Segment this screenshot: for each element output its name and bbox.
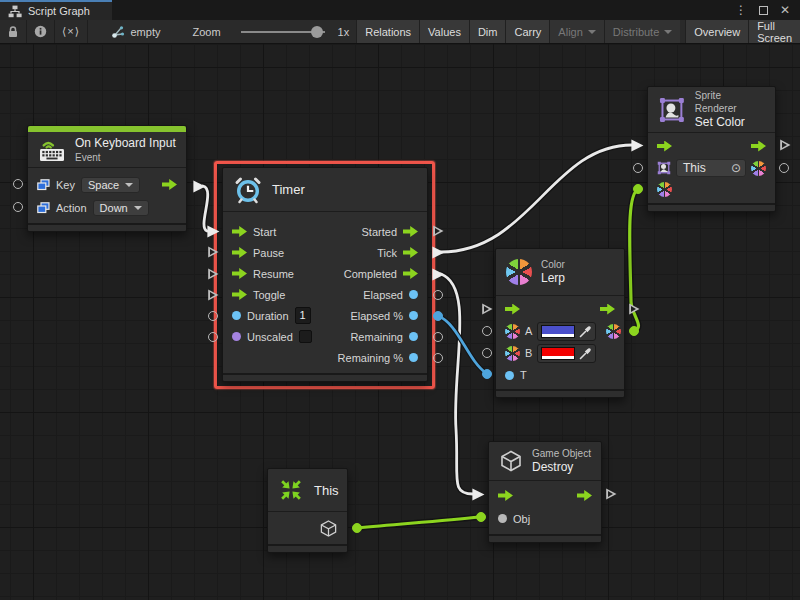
- control-out-arrow-icon: [162, 179, 177, 190]
- port-timer-tick-out[interactable]: [431, 246, 445, 259]
- node-on-keyboard-input[interactable]: On Keyboard Input Event Key Space: [27, 125, 187, 232]
- toolbar-spacer: [88, 20, 103, 43]
- values-button[interactable]: Values: [419, 20, 469, 43]
- port-keyboard-action-in[interactable]: [12, 201, 24, 213]
- port-lerp-control-out[interactable]: [628, 303, 640, 315]
- port-timer-elapsedpct-out[interactable]: [432, 310, 444, 322]
- fullscreen-button[interactable]: Full Screen: [748, 20, 800, 43]
- node-timer[interactable]: Timer Start Started Pause Tick Resume: [222, 167, 428, 382]
- port-setcolor-value-out[interactable]: [778, 162, 790, 174]
- port-timer-resume-in[interactable]: [207, 268, 219, 280]
- tab-title: Script Graph: [28, 5, 90, 17]
- completed-label: Completed: [344, 268, 397, 280]
- port-timer-remainingpct-out[interactable]: [432, 352, 444, 364]
- port-setcolor-control-out[interactable]: [779, 139, 791, 151]
- port-timer-started-out[interactable]: [432, 225, 444, 237]
- enum-icon: [37, 202, 50, 214]
- target-field[interactable]: This ⊙: [676, 159, 746, 177]
- port-setcolor-color-in[interactable]: [632, 183, 644, 195]
- port-lerp-control-in[interactable]: [481, 303, 493, 315]
- zoom-slider[interactable]: [228, 20, 338, 43]
- port-timer-start-in[interactable]: [206, 225, 220, 238]
- node-footer: [223, 373, 427, 381]
- color-wheel-icon: [505, 324, 520, 339]
- node-destroy[interactable]: Game Object Destroy Obj: [488, 441, 602, 543]
- port-timer-unscaled-in[interactable]: [207, 331, 219, 343]
- enum-icon: [37, 179, 50, 191]
- eyedropper-icon[interactable]: [579, 347, 592, 360]
- port-timer-duration-in[interactable]: [207, 310, 219, 322]
- control-out-arrow-icon: [403, 247, 418, 258]
- node-title: This: [314, 483, 339, 498]
- overview-button[interactable]: Overview: [685, 20, 748, 43]
- inspect-button[interactable]: [27, 20, 55, 43]
- color-b-swatch[interactable]: [537, 344, 596, 363]
- close-icon[interactable]: ✕: [780, 3, 790, 17]
- control-out-arrow-icon: [403, 226, 418, 237]
- sprite-renderer-icon: [658, 96, 686, 124]
- distribute-dropdown[interactable]: Distribute: [604, 20, 680, 43]
- kebab-menu-icon[interactable]: ⋮: [735, 3, 747, 17]
- zoom-handle[interactable]: [311, 26, 323, 38]
- graph-asset-label: empty: [104, 20, 168, 43]
- started-label: Started: [362, 226, 397, 238]
- port-keyboard-key-in[interactable]: [12, 178, 24, 190]
- node-footer: [268, 544, 347, 552]
- port-setcolor-control-in[interactable]: [630, 139, 644, 152]
- zoom-track[interactable]: [241, 31, 325, 33]
- graph-canvas[interactable]: On Keyboard Input Event Key Space: [0, 44, 800, 600]
- graph-asset-icon: [111, 25, 125, 39]
- node-set-color[interactable]: Sprite Renderer Set Color: [647, 86, 776, 212]
- port-destroy-control-in[interactable]: [471, 488, 485, 501]
- align-label: Align: [558, 26, 582, 38]
- port-lerp-t-in[interactable]: [481, 368, 493, 380]
- lock-button[interactable]: [0, 20, 27, 43]
- control-in-arrow-icon: [657, 141, 672, 152]
- object-port-icon: [498, 514, 507, 523]
- node-title: Lerp: [541, 271, 565, 286]
- port-destroy-obj-in[interactable]: [475, 511, 487, 523]
- port-keyboard-control-out[interactable]: [192, 180, 206, 193]
- port-destroy-control-out[interactable]: [605, 488, 617, 500]
- port-timer-remaining-out[interactable]: [432, 331, 444, 343]
- port-timer-pause-in[interactable]: [207, 246, 219, 258]
- node-footer: [648, 203, 775, 211]
- target-picker-icon[interactable]: ⊙: [731, 161, 741, 175]
- alpha-bar: [542, 334, 574, 337]
- chevron-down-icon: [125, 183, 133, 187]
- node-title: Set Color: [695, 115, 765, 130]
- edit-graph-button[interactable]: ⟨×⟩: [55, 20, 88, 43]
- port-lerp-value-out[interactable]: [628, 325, 640, 337]
- action-dropdown[interactable]: Down: [93, 200, 149, 216]
- align-dropdown[interactable]: Align: [549, 20, 603, 43]
- chevron-down-icon: [588, 30, 596, 34]
- port-this-value-out[interactable]: [351, 522, 363, 534]
- eyedropper-icon[interactable]: [579, 325, 592, 338]
- color-wheel-icon: [506, 259, 532, 285]
- color-wheel-icon: [657, 182, 672, 197]
- port-lerp-a-in[interactable]: [481, 325, 493, 337]
- duration-input[interactable]: 1: [295, 307, 311, 324]
- port-lerp-b-in[interactable]: [481, 347, 493, 359]
- color-a-swatch[interactable]: [537, 322, 596, 341]
- tab-script-graph[interactable]: Script Graph: [0, 0, 112, 20]
- node-this[interactable]: This: [267, 468, 348, 553]
- port-timer-completed-out[interactable]: [431, 268, 445, 281]
- wire-this-to-obj[interactable]: [357, 517, 480, 528]
- float-port-icon: [505, 371, 514, 380]
- port-setcolor-target-in[interactable]: [632, 162, 644, 174]
- port-timer-toggle-in[interactable]: [207, 289, 219, 301]
- dim-button[interactable]: Dim: [469, 20, 506, 43]
- port-timer-elapsed-out[interactable]: [432, 289, 444, 301]
- key-value: Space: [88, 179, 119, 191]
- action-value: Down: [100, 202, 128, 214]
- relations-button[interactable]: Relations: [356, 20, 419, 43]
- carry-button[interactable]: Carry: [505, 20, 549, 43]
- control-out-arrow-icon: [751, 141, 766, 152]
- unscaled-checkbox[interactable]: [299, 330, 312, 343]
- maximize-icon[interactable]: [759, 6, 768, 15]
- node-color-lerp[interactable]: Color Lerp A: [495, 248, 625, 398]
- t-label: T: [520, 369, 527, 381]
- key-dropdown[interactable]: Space: [81, 177, 140, 193]
- control-out-arrow-icon: [577, 490, 592, 501]
